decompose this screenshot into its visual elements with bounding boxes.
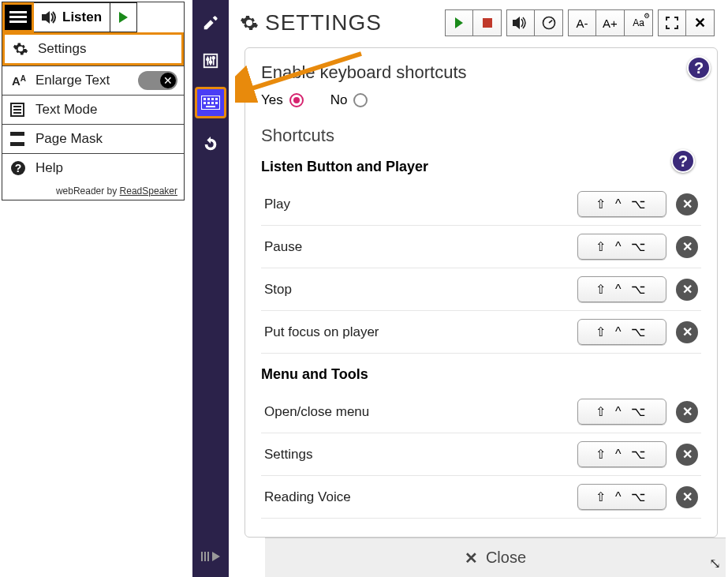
svg-line-35: [549, 21, 552, 23]
tool-play-button[interactable]: [445, 9, 473, 36]
rail-tab-restore[interactable]: [199, 133, 222, 156]
readspeaker-link[interactable]: ReadSpeaker: [120, 185, 177, 197]
page-mask-label: Page Mask: [35, 131, 103, 147]
play-button[interactable]: [110, 2, 137, 32]
tool-volume-button[interactable]: [506, 9, 535, 36]
radio-dot-selected: [289, 93, 304, 107]
svg-rect-29: [201, 552, 203, 561]
shortcut-label: Settings: [264, 447, 312, 463]
shortcut-key-button[interactable]: ⇧ ^ ⌥: [577, 276, 666, 302]
shortcut-row: Stop⇧ ^ ⌥✕: [261, 268, 701, 311]
rail-tab-keyboard[interactable]: [195, 87, 226, 118]
menu-item-settings[interactable]: Settings: [2, 32, 184, 66]
help-icon: ?: [10, 160, 28, 176]
speaker-icon: [42, 10, 58, 24]
stop-icon: [483, 18, 492, 28]
tool-speed-button[interactable]: [535, 9, 563, 36]
tool-close-button[interactable]: ✕: [686, 9, 715, 36]
tool-fullscreen-button[interactable]: [658, 9, 686, 36]
rail-tab-highlight[interactable]: [199, 11, 222, 35]
svg-rect-22: [211, 98, 214, 100]
shortcut-clear-button[interactable]: ✕: [676, 279, 698, 301]
svg-rect-9: [10, 142, 24, 146]
tool-font-decrease[interactable]: A-: [568, 9, 596, 36]
shortcut-group-title: Listen Button and Player: [261, 159, 701, 175]
menu-item-enlarge-text[interactable]: AA Enlarge Text ✕: [2, 66, 184, 95]
svg-rect-26: [211, 102, 214, 104]
resize-handle[interactable]: ⤡: [709, 555, 721, 572]
help-badge[interactable]: ?: [687, 56, 711, 80]
shortcut-label: Reading Voice: [264, 489, 351, 505]
radio-dot: [353, 93, 368, 107]
shortcut-clear-button[interactable]: ✕: [676, 401, 698, 423]
svg-text:?: ?: [15, 162, 22, 174]
enable-shortcuts-heading: Enable keyboard shortcuts: [261, 62, 701, 83]
speaker-icon: [513, 17, 528, 29]
menu-item-help[interactable]: ? Help: [2, 153, 184, 182]
text-mode-icon: [10, 103, 28, 117]
help-label: Help: [35, 160, 63, 176]
svg-rect-8: [10, 132, 24, 136]
menu-toggle-button[interactable]: [2, 2, 34, 32]
settings-content[interactable]: ? Enable keyboard shortcuts Yes No ? Sho…: [245, 47, 718, 538]
svg-rect-21: [207, 98, 210, 100]
shortcut-group-title: Menu and Tools: [261, 366, 701, 383]
widget-footer: webReader by ReadSpeaker: [2, 182, 184, 200]
svg-rect-1: [9, 16, 27, 18]
enlarge-text-icon: AA: [10, 74, 28, 88]
shortcut-row: Play⇧ ^ ⌥✕: [261, 183, 701, 226]
shortcut-clear-button[interactable]: ✕: [676, 193, 698, 215]
radio-yes[interactable]: Yes: [261, 92, 304, 108]
close-bar[interactable]: ✕ Close: [265, 538, 726, 577]
svg-point-16: [207, 58, 209, 61]
expand-icon: [666, 17, 678, 29]
shortcut-clear-button[interactable]: ✕: [676, 444, 698, 466]
shortcut-row: Pause⇧ ^ ⌥✕: [261, 226, 701, 268]
shortcut-key-button[interactable]: ⇧ ^ ⌥: [577, 399, 666, 425]
shortcut-key-button[interactable]: ⇧ ^ ⌥: [577, 234, 666, 260]
shortcut-row: Settings⇧ ^ ⌥✕: [261, 433, 701, 476]
shortcut-clear-button[interactable]: ✕: [676, 486, 698, 508]
panel-title-text: SETTINGS: [265, 10, 382, 36]
svg-marker-33: [513, 17, 520, 29]
tool-font-settings[interactable]: Aa ⚙: [625, 9, 653, 36]
gear-small-icon: ⚙: [644, 12, 650, 20]
shortcut-clear-button[interactable]: ✕: [676, 321, 698, 343]
shortcut-clear-button[interactable]: ✕: [676, 236, 698, 258]
gear-icon: [13, 41, 30, 57]
tool-font-increase[interactable]: A+: [596, 9, 625, 36]
rail-tab-general[interactable]: [199, 49, 222, 73]
listen-label: Listen: [62, 9, 102, 25]
shortcut-key-button[interactable]: ⇧ ^ ⌥: [577, 191, 666, 217]
shortcut-label: Open/close menu: [264, 404, 369, 420]
svg-marker-3: [42, 11, 50, 24]
svg-rect-0: [9, 11, 27, 13]
close-icon: ✕: [694, 14, 706, 32]
listen-button[interactable]: Listen: [34, 2, 110, 32]
svg-rect-20: [203, 98, 206, 100]
tool-stop-button[interactable]: [473, 9, 502, 36]
menu-item-text-mode[interactable]: Text Mode: [2, 95, 184, 124]
svg-rect-30: [204, 552, 206, 561]
gear-icon: [240, 13, 259, 32]
radio-no[interactable]: No: [330, 92, 368, 108]
shortcut-label: Stop: [264, 282, 292, 298]
svg-point-17: [210, 61, 212, 63]
webreader-widget: Listen Settings AA Enlarge Text ✕ Text M…: [2, 2, 185, 200]
svg-rect-28: [206, 106, 215, 107]
help-badge[interactable]: ?: [671, 149, 695, 173]
menu-item-page-mask[interactable]: Page Mask: [2, 124, 184, 153]
svg-marker-32: [212, 552, 220, 561]
page-mask-icon: [10, 132, 28, 146]
settings-panel: SETTINGS A- A+: [192, 0, 726, 577]
enlarge-text-toggle[interactable]: ✕: [138, 71, 177, 90]
toggle-knob-icon: ✕: [160, 73, 176, 88]
svg-rect-25: [207, 102, 210, 104]
shortcut-key-button[interactable]: ⇧ ^ ⌥: [577, 484, 666, 510]
shortcut-key-button[interactable]: ⇧ ^ ⌥: [577, 319, 666, 345]
rail-collapse-icon[interactable]: [192, 550, 229, 563]
enlarge-label: Enlarge Text: [35, 73, 110, 88]
shortcut-label: Pause: [264, 239, 302, 255]
shortcut-key-button[interactable]: ⇧ ^ ⌥: [577, 441, 666, 467]
play-icon: [119, 12, 128, 23]
